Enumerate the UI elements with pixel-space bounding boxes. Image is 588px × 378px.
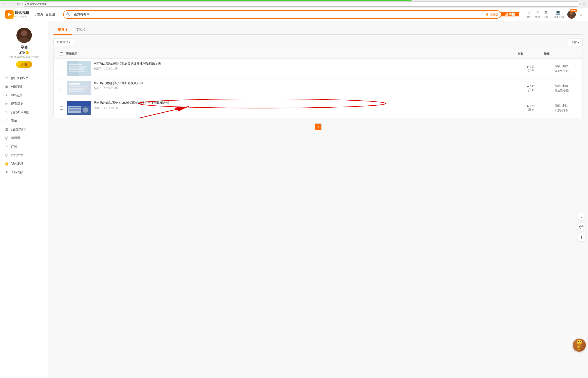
sidebar-item-subscribe[interactable]: ☆ 订阅 (0, 142, 48, 151)
sidebar-item-my-doki[interactable]: ♡ 我的doki明星 (0, 108, 48, 117)
svg-rect-10 (69, 66, 87, 68)
search-submit-button[interactable]: 全网搜 (501, 12, 519, 16)
sidebar-item-my-messages[interactable]: 🔔 我的消息 (0, 159, 48, 168)
forward-button[interactable]: → (9, 1, 14, 6)
watchlist-sidebar-icon: ♡ (4, 119, 9, 123)
row1-views-count: 111 (530, 65, 534, 68)
toolbar: 批量操作 ▾ 全部 ▾ (54, 39, 583, 46)
row1-delete-button[interactable]: 删除 (562, 64, 568, 68)
video-table: 视频截图 指数 操作 (54, 49, 583, 118)
row3-delete-button[interactable]: 删除 (562, 104, 568, 108)
svg-rect-16 (69, 88, 84, 89)
nav-home[interactable]: ⌂ 首页 (35, 13, 43, 16)
hot-search-button[interactable]: 🔥 热搜榜 (482, 11, 501, 18)
signin-points: +20 (577, 348, 581, 351)
sidebar-item-watch-history[interactable]: ◷ 观看历史 (0, 99, 48, 108)
reload-button[interactable]: ↻ (16, 1, 21, 6)
row3-views-count: 371 (530, 105, 534, 108)
feedback-button[interactable]: 💬 (577, 222, 586, 231)
open-vip-button[interactable]: 开通 (16, 61, 32, 68)
sidebar-item-vcoin-shop[interactable]: ▣ V币商城 (0, 82, 48, 91)
back-button[interactable]: ← (3, 1, 7, 6)
batch-dropdown-icon: ▾ (69, 41, 71, 44)
browser-bar: ← → ↻ ☆ (0, 0, 588, 8)
row2-stats: ▶ 143 💬 0 (518, 85, 544, 92)
url-bar[interactable] (22, 1, 580, 7)
svg-rect-20 (67, 101, 91, 106)
header-index-label: 指数 (518, 52, 523, 56)
row2-checkbox[interactable] (60, 87, 63, 90)
watchlist-icon: ☆ (536, 10, 539, 15)
batch-operation-button[interactable]: 批量操作 ▾ (54, 39, 74, 46)
star-icon: ☆ (579, 12, 583, 17)
sidebar-item-watchlist[interactable]: ♡ 看单 (0, 117, 48, 125)
search-icon: 🔍 (64, 12, 72, 16)
row3-checkbox[interactable] (60, 107, 63, 109)
action-download-client[interactable]: 💻 下载客户端 (552, 10, 564, 19)
table-row: 网市场云建站系统代理后台快速开通网站视频示例 创建于：2018-01-19 ▶ … (54, 59, 583, 79)
watch-history-sidebar-icon: ◷ (4, 102, 9, 106)
row2-delete-button[interactable]: 删除 (562, 84, 568, 88)
header-actions: 操作 (544, 52, 579, 56)
action-watch-history[interactable]: ⏱ 看过 (527, 10, 532, 19)
row3-info: 网市场云建站系统-CMS模式网站管理后台使用视频教程 创建于：2017-12-0… (66, 101, 518, 115)
row1-actions: 编辑 删除 添加到专辑 (544, 64, 579, 73)
row2-add-to-album-button[interactable]: 添加到专辑 (554, 89, 569, 93)
watchlist-sidebar-label: 看单 (11, 119, 17, 123)
search-input[interactable] (72, 13, 482, 16)
sidebar-item-vip-member[interactable]: ✦ VIP会员 (0, 91, 48, 99)
signin-widget[interactable]: 😊 签到 +20 (573, 338, 586, 352)
table-row: 网市场云建站系统-CMS模式网站管理后台使用视频教程 创建于：2017-12-0… (54, 98, 583, 118)
content-area: 视频 6 专辑 0 批量操作 ▾ 全部 ▾ (48, 21, 588, 378)
nav-channels[interactable]: ⊞ 频道 (46, 13, 55, 16)
header-check (57, 52, 66, 56)
sidebar-item-earn-vcoin[interactable]: ≡ 做任务赚V币 (0, 74, 48, 82)
row2-views-count: 143 (530, 85, 534, 88)
row1-edit-button[interactable]: 编辑 (555, 64, 561, 68)
row2-edit-button[interactable]: 编辑 (555, 84, 561, 88)
action-watchlist[interactable]: ☆ 看单 (535, 10, 540, 19)
tab-videos[interactable]: 视频 6 (54, 26, 72, 35)
action-upload[interactable]: ⬆ 上传 (544, 10, 548, 19)
row3-views: ▶ 371 (527, 105, 534, 108)
tab-videos-count: 6 (65, 27, 67, 31)
page-1-button[interactable]: 1 (315, 123, 322, 130)
row3-comments-count: 0 (532, 108, 534, 111)
select-all-checkbox[interactable] (60, 52, 63, 55)
sidebar-item-movie-ticket[interactable]: ◎ 电影票 (0, 134, 48, 142)
sidebar-item-my-comments[interactable]: ◎ 我的评论 (0, 151, 48, 159)
row1-checkbox[interactable] (60, 67, 63, 70)
float-right-buttons: ⌄ 💬 ⬇ (577, 212, 586, 242)
download-button[interactable]: ⬇ (577, 233, 586, 242)
vip-promo-text: 开通VIP/超级影视VIP 看大片 (3, 55, 44, 58)
svg-rect-17 (69, 89, 85, 91)
grid-icon: ⊞ (46, 13, 48, 16)
movie-ticket-icon: ◎ (4, 136, 9, 140)
table-row: 网市场云建站系统快速安装视频示例 创建于：2018-01-19 ▶ 143 💬 … (54, 79, 583, 98)
watch-history-sidebar-label: 观看历史 (11, 102, 23, 106)
bookmark-star-icon[interactable]: ☆ (582, 2, 585, 6)
row2-check (57, 87, 66, 90)
filter-button[interactable]: 全部 ▾ (568, 39, 583, 46)
sidebar-item-my-cart[interactable]: ⊟ 我的购物车 (0, 125, 48, 134)
svg-rect-11 (69, 68, 84, 70)
upload-label: 上传 (544, 15, 548, 19)
tab-albums[interactable]: 专辑 0 (72, 26, 90, 35)
row3-check (57, 107, 66, 109)
user-avatar-header[interactable]: 送VIP (567, 10, 576, 19)
sidebar-item-upload-video[interactable]: ⬆ 上传视频 (0, 168, 48, 176)
svg-rect-24 (69, 109, 80, 109)
row1-add-to-album-button[interactable]: 添加到专辑 (554, 69, 569, 73)
row3-edit-button[interactable]: 编辑 (555, 104, 561, 108)
row3-add-to-album-button[interactable]: 添加到专辑 (554, 108, 569, 112)
scroll-down-button[interactable]: ⌄ (577, 212, 586, 221)
comment-icon-2: 💬 (528, 89, 531, 92)
row3-title: 网市场云建站系统-CMS模式网站管理后台使用视频教程 (94, 101, 518, 105)
my-messages-icon: 🔔 (4, 162, 9, 166)
vcoin-shop-label: V币商城 (11, 85, 22, 89)
user-name: 寻仙 (3, 45, 44, 50)
watch-history-icon: ⏱ (527, 10, 531, 15)
vip-badge: 送VIP (570, 9, 577, 12)
earn-vcoin-label: 做任务赚V币 (11, 76, 28, 80)
user-avatar-sidebar (16, 27, 32, 43)
